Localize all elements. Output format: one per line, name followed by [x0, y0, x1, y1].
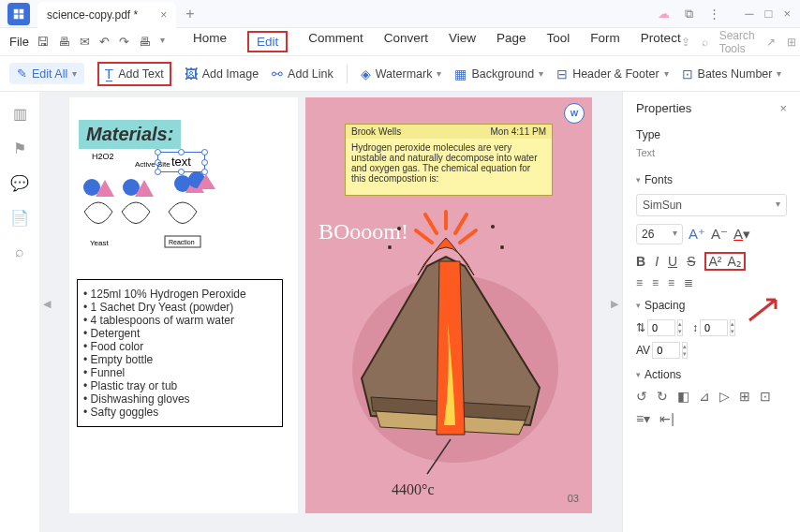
menu-form[interactable]: Form	[590, 31, 620, 52]
mail-icon[interactable]: ✉	[80, 35, 90, 49]
share-cloud-icon[interactable]: ⇪	[681, 36, 690, 49]
list-item: 4 tablespoons of warm water	[83, 314, 276, 327]
svg-rect-3	[20, 14, 24, 19]
increase-font-icon[interactable]: A⁺	[689, 226, 705, 243]
search-panel-icon[interactable]: ⌕	[15, 244, 24, 260]
font-size-select[interactable]: 26▾	[636, 224, 683, 244]
background-button[interactable]: ▦ Background ▾	[454, 66, 543, 81]
close-window-button[interactable]: ×	[783, 7, 791, 22]
bookmarks-icon[interactable]: ⚑	[13, 140, 26, 157]
comments-icon[interactable]: 💬	[10, 174, 29, 192]
menu-bar: File 🖫 🖶 ✉ ↶ ↷ 🖶 ▾ Home Edit Comment Con…	[0, 28, 800, 56]
font-color-icon[interactable]: A▾	[733, 226, 750, 243]
list-item: 1 Sachet Dry Yeast (powder)	[83, 301, 276, 314]
properties-panel: Properties × Type Text Fonts SimSun▾ 26▾…	[622, 92, 800, 532]
para-spacing-input[interactable]	[700, 319, 728, 336]
stepper[interactable]: ▴▾	[730, 319, 735, 336]
prev-page-arrow[interactable]: ◀	[43, 298, 51, 310]
menu-chevron-icon[interactable]: ▾	[160, 35, 165, 49]
subscript-button[interactable]: A₂	[727, 254, 741, 269]
menu-comment[interactable]: Comment	[308, 31, 363, 52]
list-item: Safty goggles	[83, 406, 276, 419]
strike-button[interactable]: S	[687, 254, 695, 269]
rotate-right-icon[interactable]: ↻	[657, 389, 668, 404]
save-icon[interactable]: 🖫	[37, 35, 49, 49]
panel-title: Properties	[636, 101, 691, 115]
pdf-page-right[interactable]: W Brook Wells Mon 4:11 PM Hydrogen perox…	[305, 97, 592, 513]
list-item: Funnel	[83, 366, 276, 379]
search-icon[interactable]: ⌕	[702, 36, 708, 49]
line-spacing-input[interactable]	[647, 319, 675, 336]
flip-v-icon[interactable]: ⊿	[699, 389, 710, 404]
minimize-button[interactable]: ─	[745, 7, 753, 22]
menu-tool[interactable]: Tool	[547, 31, 570, 52]
panel-icon[interactable]: ⊞	[787, 36, 796, 49]
sticky-note[interactable]: Brook Wells Mon 4:11 PM Hydrogen peroxid…	[345, 124, 553, 196]
open-external-icon[interactable]: ↗	[766, 36, 776, 49]
pdf-page-left[interactable]: Materials: text H2O2 Active Site	[69, 97, 298, 513]
fonts-section-header[interactable]: Fonts	[636, 173, 787, 186]
search-tools-input[interactable]: Search Tools	[719, 29, 755, 55]
share-icon[interactable]: ⧉	[685, 7, 693, 22]
close-tab-icon[interactable]: ×	[160, 8, 167, 22]
document-canvas[interactable]: ◀ Materials: text H2O2 Active Site	[39, 92, 622, 532]
replace-icon[interactable]: ⊞	[739, 389, 750, 404]
menu-view[interactable]: View	[449, 31, 476, 52]
thumbnails-icon[interactable]: ▥	[13, 105, 27, 123]
header-footer-icon: ⊟	[556, 66, 568, 81]
add-image-button[interactable]: 🖼 Add Image	[185, 66, 259, 81]
overflow-menu-icon[interactable]: ⋮	[708, 7, 720, 22]
word-export-icon[interactable]: W	[564, 103, 585, 124]
header-footer-button[interactable]: ⊟ Header & Footer ▾	[556, 66, 668, 81]
list-item: 125ml 10% Hydrogen Peroxide	[83, 288, 276, 301]
stepper[interactable]: ▴▾	[682, 342, 688, 359]
flip-h-icon[interactable]: ◧	[677, 389, 689, 404]
align-center-icon[interactable]: ≡	[652, 276, 659, 289]
svg-text:Active Site: Active Site	[135, 160, 170, 169]
watermark-button[interactable]: ◈ Watermark ▾	[361, 66, 442, 81]
stepper[interactable]: ▴▾	[677, 319, 683, 336]
decrease-font-icon[interactable]: A⁻	[711, 226, 728, 243]
svg-point-20	[388, 245, 392, 249]
watermark-label: Watermark	[376, 67, 433, 81]
redo-icon[interactable]: ↷	[119, 35, 129, 49]
char-spacing-input[interactable]	[652, 342, 680, 359]
new-tab-button[interactable]: +	[185, 6, 194, 22]
align-left-icon[interactable]: ≡	[636, 276, 643, 289]
rotate-left-icon[interactable]: ↺	[636, 389, 647, 404]
cloud-icon[interactable]: ☁	[658, 7, 670, 22]
font-family-select[interactable]: SimSun▾	[636, 194, 787, 216]
next-page-arrow[interactable]: ▶	[611, 298, 618, 310]
edit-all-button[interactable]: ✎ Edit All ▾	[9, 63, 84, 84]
maximize-button[interactable]: □	[765, 7, 773, 22]
left-nav-strip: ▥ ⚑ 💬 📄 ⌕	[0, 92, 39, 532]
menu-convert[interactable]: Convert	[384, 31, 428, 52]
svg-text:Yeast: Yeast	[90, 239, 110, 247]
undo-icon[interactable]: ↶	[99, 35, 110, 49]
menu-protect[interactable]: Protect	[641, 31, 681, 52]
bold-button[interactable]: B	[636, 254, 645, 269]
print-icon[interactable]: 🖶	[58, 35, 70, 49]
indent-icon[interactable]: ⇤|	[659, 411, 674, 426]
underline-button[interactable]: U	[668, 254, 677, 269]
extract-icon[interactable]: ⊡	[760, 389, 771, 404]
attachments-icon[interactable]: 📄	[10, 209, 29, 227]
actions-section-header[interactable]: Actions	[636, 368, 787, 381]
menu-home[interactable]: Home	[193, 31, 227, 52]
crop-icon[interactable]: ▷	[719, 389, 730, 404]
close-panel-icon[interactable]: ×	[779, 101, 787, 115]
document-tab[interactable]: science-copy.pdf * ×	[37, 2, 176, 28]
add-text-button[interactable]: T̲ Add Text	[97, 62, 170, 86]
tab-title: science-copy.pdf *	[47, 8, 138, 22]
align-justify-icon[interactable]: ≣	[684, 276, 693, 289]
italic-button[interactable]: I	[655, 254, 659, 269]
file-menu[interactable]: File	[9, 35, 29, 49]
menu-page[interactable]: Page	[496, 31, 526, 52]
menu-edit[interactable]: Edit	[247, 31, 288, 52]
print2-icon[interactable]: 🖶	[139, 35, 151, 49]
add-link-button[interactable]: ⚯ Add Link	[272, 66, 333, 81]
align-right-icon[interactable]: ≡	[668, 276, 674, 289]
bates-number-button[interactable]: ⊡ Bates Number ▾	[682, 66, 782, 81]
superscript-button[interactable]: A²	[708, 254, 721, 269]
list-style-icon[interactable]: ≡▾	[636, 411, 650, 426]
